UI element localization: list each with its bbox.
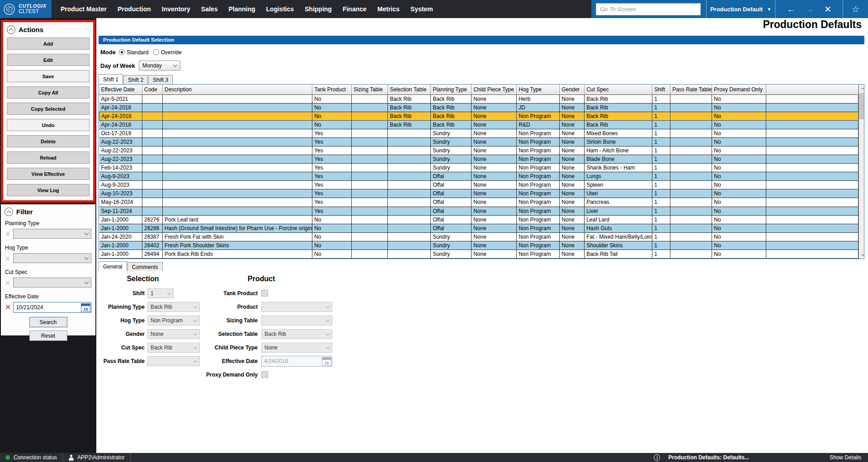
grid-cell[interactable]: Yes — [312, 137, 352, 146]
menu-item-product-master[interactable]: Product Master — [55, 5, 112, 13]
grid-cell[interactable]: 1 — [652, 250, 670, 258]
grid-cell[interactable]: Back Rib — [585, 112, 652, 120]
grid-cell[interactable]: Non Program — [517, 207, 560, 215]
search-button[interactable]: Search — [29, 317, 67, 327]
reload-button[interactable]: Reload — [7, 151, 90, 164]
grid-cell-filler[interactable] — [766, 137, 859, 146]
grid-cell[interactable]: No — [712, 103, 766, 112]
grid-cell-filler[interactable] — [766, 189, 859, 198]
grid-cell[interactable]: None — [560, 146, 585, 155]
table-row[interactable]: Jan-1-200026276Pork Leaf lardNoOffalNone… — [99, 215, 859, 224]
grid-cell[interactable] — [142, 198, 163, 207]
grid-cell[interactable] — [388, 250, 431, 258]
grid-cell[interactable]: Back Rib — [388, 103, 431, 112]
grid-cell[interactable]: No — [312, 232, 352, 241]
tab-shift-2[interactable]: Shift 2 — [123, 75, 148, 84]
grid-cell[interactable]: Sundry — [431, 155, 472, 164]
copy-all-button[interactable]: Copy All — [7, 86, 90, 99]
grid-cell[interactable] — [352, 241, 388, 250]
grid-cell[interactable] — [352, 172, 388, 181]
grid-cell[interactable]: None — [472, 103, 517, 112]
grid-cell[interactable]: None — [472, 120, 517, 129]
grid-cell[interactable]: None — [472, 164, 517, 172]
grid-cell-filler[interactable] — [766, 181, 859, 189]
grid-cell[interactable] — [670, 241, 712, 250]
grid-cell[interactable] — [670, 103, 712, 112]
grid-cell[interactable]: Sep-11-2024 — [99, 207, 142, 215]
screen-selector-dropdown[interactable]: Production Default ▼ — [706, 0, 775, 18]
grid-cell[interactable]: Yes — [312, 198, 352, 207]
grid-cell[interactable]: Hash (Ground Small Intestine) for Pharm … — [163, 224, 312, 232]
menu-item-sales[interactable]: Sales — [196, 5, 223, 13]
grid-cell[interactable]: Back Rib — [431, 94, 472, 103]
menu-item-production[interactable]: Production — [112, 5, 156, 13]
grid-cell[interactable] — [163, 103, 312, 112]
menu-item-logistics[interactable]: Logistics — [261, 5, 299, 13]
grid-cell[interactable]: 1 — [652, 129, 670, 137]
grid-cell[interactable]: Offal — [431, 224, 472, 232]
grid-cell[interactable]: Mixed Bones — [585, 129, 652, 137]
grid-cell[interactable]: Non Program — [517, 112, 560, 120]
scrollbar-thumb[interactable] — [859, 93, 864, 119]
grid-cell[interactable]: Non Program — [517, 232, 560, 241]
column-header-proxy-demand-only[interactable]: Proxy Demand Only — [712, 85, 766, 94]
column-header-gender[interactable]: Gender — [560, 85, 585, 94]
grid-cell[interactable]: None — [560, 155, 585, 164]
detail-tab-general[interactable]: General — [99, 261, 127, 271]
grid-cell[interactable]: None — [560, 224, 585, 232]
grid-cell[interactable]: 26276 — [142, 215, 163, 224]
grid-cell[interactable]: Yes — [312, 207, 352, 215]
grid-cell[interactable]: Apr-24-2018 — [99, 120, 142, 129]
grid-cell-filler[interactable] — [766, 129, 859, 137]
grid-cell[interactable]: No — [712, 215, 766, 224]
grid-cell[interactable] — [163, 164, 312, 172]
mode-radio-standard[interactable]: Standard — [119, 49, 149, 56]
grid-cell[interactable]: Sundry — [431, 164, 472, 172]
menu-item-finance[interactable]: Finance — [337, 5, 372, 13]
grid-cell[interactable]: None — [560, 241, 585, 250]
grid-cell-filler[interactable] — [766, 172, 859, 181]
grid-cell[interactable]: Yes — [312, 172, 352, 181]
grid-cell[interactable]: Sundry — [431, 250, 472, 258]
grid-cell[interactable] — [352, 164, 388, 172]
grid-cell[interactable] — [142, 207, 163, 215]
grid-cell[interactable]: Non Program — [517, 164, 560, 172]
table-row[interactable]: Jan-24-202026387Fresh Pork Fat with Skin… — [99, 232, 859, 241]
tab-shift-3[interactable]: Shift 3 — [148, 75, 173, 84]
grid-cell-filler[interactable] — [766, 155, 859, 164]
grid-cell[interactable]: Jan-1-2000 — [99, 241, 142, 250]
grid-cell[interactable] — [388, 232, 431, 241]
grid-cell[interactable]: Non Program — [517, 241, 560, 250]
grid-cell[interactable]: No — [712, 207, 766, 215]
grid-cell[interactable] — [388, 198, 431, 207]
grid-cell[interactable]: Aug-9-2023 — [99, 181, 142, 189]
grid-cell[interactable]: Back Rib — [585, 103, 652, 112]
grid-cell[interactable] — [670, 232, 712, 241]
grid-cell[interactable]: None — [560, 232, 585, 241]
grid-cell[interactable] — [352, 224, 388, 232]
grid-cell[interactable]: Yes — [312, 146, 352, 155]
grid-cell[interactable] — [352, 189, 388, 198]
clear-filter-icon[interactable]: ✕ — [5, 231, 11, 237]
grid-cell[interactable] — [163, 155, 312, 164]
grid-cell[interactable]: 1 — [652, 215, 670, 224]
grid-cell[interactable]: No — [312, 120, 352, 129]
show-details-link[interactable]: Show Details — [830, 454, 868, 461]
grid-cell[interactable]: 26494 — [142, 250, 163, 258]
grid-cell[interactable]: None — [472, 181, 517, 189]
grid-cell[interactable] — [388, 241, 431, 250]
copy-selected-button[interactable]: Copy Selected — [7, 103, 90, 115]
table-row[interactable]: Feb-14-2023YesSundryNoneNon ProgramNoneS… — [99, 164, 859, 172]
clear-date-icon[interactable]: ✕ — [5, 304, 11, 311]
grid-cell[interactable]: No — [312, 250, 352, 258]
table-row[interactable]: Aug-9-2023YesOffalNoneNon ProgramNoneLun… — [99, 172, 859, 181]
grid-cell[interactable]: Blade Bone — [585, 155, 652, 164]
grid-cell[interactable]: Yes — [312, 164, 352, 172]
grid-cell[interactable]: No — [712, 189, 766, 198]
table-row[interactable]: Aug-22-2023YesSundryNoneNon ProgramNoneB… — [99, 155, 859, 164]
grid-cell[interactable]: 1 — [652, 181, 670, 189]
grid-cell-filler[interactable] — [766, 120, 859, 129]
grid-cell[interactable]: None — [560, 181, 585, 189]
favorite-star-icon[interactable]: ☆ — [852, 5, 859, 14]
grid-cell[interactable] — [142, 164, 163, 172]
